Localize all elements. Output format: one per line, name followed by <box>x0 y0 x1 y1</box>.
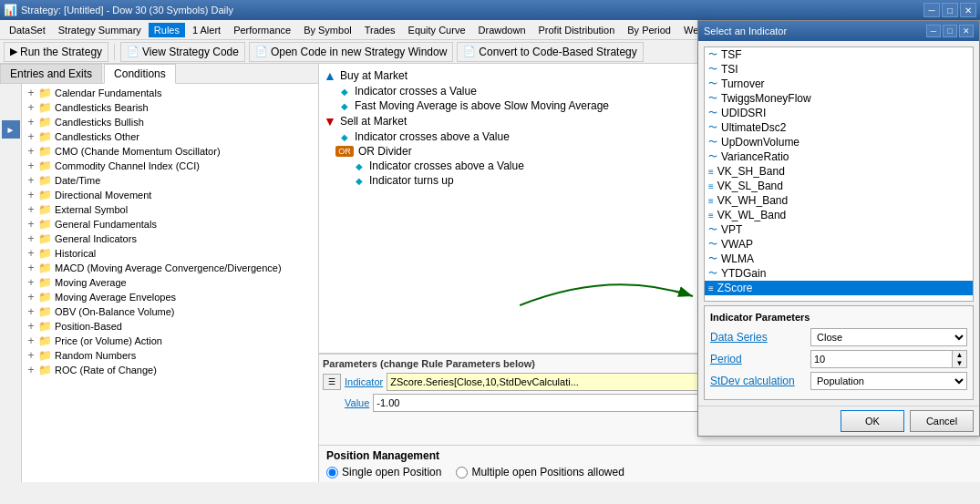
indicator-twiggsmoneyflow-label: TwiggsMoneyFlow <box>721 92 811 105</box>
list-item[interactable]: + 📁 Moving Average Envelopes <box>24 290 316 304</box>
expand-icon: + <box>26 349 36 362</box>
stdev-select[interactable]: Population Sample <box>810 372 967 390</box>
multiple-position-option[interactable]: Multiple open Positions allowed <box>456 466 624 478</box>
convert-button[interactable]: 📄 Convert to Code-Based Strategy <box>457 42 643 62</box>
expand-icon: + <box>26 116 36 129</box>
minimize-button[interactable]: ─ <box>923 3 940 17</box>
menu-dataset[interactable]: DataSet <box>4 23 51 37</box>
indicator-item-udidsri[interactable]: 〜 UDIDSRI <box>705 106 973 120</box>
list-item[interactable]: + 📁 MACD (Moving Average Convergence/Div… <box>24 261 316 275</box>
indicator-item-varianceratio[interactable]: 〜 VarianceRatio <box>705 149 973 164</box>
indicator-link[interactable]: Indicator <box>345 376 383 387</box>
period-input[interactable] <box>811 351 952 367</box>
list-item[interactable]: + 📁 General Fundamentals <box>24 217 316 231</box>
expand-icon: + <box>26 320 36 333</box>
indicator-item-vk-sl-band[interactable]: ≡ VK_SL_Band <box>705 179 973 193</box>
indicator-wave-icon: 〜 <box>708 121 717 134</box>
period-decrement-button[interactable]: ▼ <box>953 359 966 367</box>
indicator-item-wlma[interactable]: 〜 WLMA <box>705 252 973 266</box>
list-item[interactable]: + 📁 Date/Time <box>24 173 316 188</box>
add-arrow-button[interactable]: ► <box>2 120 20 139</box>
arrow-panel: ► <box>0 84 22 482</box>
indicator-band-icon: ≡ <box>708 196 714 206</box>
indicator-item-vk-wl-band[interactable]: ≡ VK_WL_Band <box>705 208 973 222</box>
tree-panel[interactable]: + 📁 Calendar Fundamentals + 📁 Candlestic… <box>22 84 318 482</box>
tab-entries-exits[interactable]: Entries and Exits <box>0 64 102 83</box>
menu-strategy-summary[interactable]: Strategy Summary <box>53 23 147 37</box>
list-item[interactable]: + 📁 Position-Based <box>24 319 316 334</box>
ok-button[interactable]: OK <box>841 410 904 432</box>
indicator-item-zscore[interactable]: ≡ ZScore <box>705 281 973 295</box>
indicator-item-ytdgain[interactable]: 〜 YTDGain <box>705 266 973 281</box>
list-item[interactable]: + 📁 OBV (On-Balance Volume) <box>24 304 316 319</box>
menu-rules[interactable]: Rules <box>149 23 185 37</box>
indicator-item-vk-sh-band[interactable]: ≡ VK_SH_Band <box>705 164 973 179</box>
data-series-select[interactable]: Close Open High Low Volume <box>810 328 967 346</box>
single-position-radio[interactable] <box>326 467 338 478</box>
menu-by-period[interactable]: By Period <box>622 23 676 37</box>
dialog-minimize-button[interactable]: ─ <box>926 25 941 37</box>
menu-profit-dist[interactable]: Profit Distribution <box>533 23 621 37</box>
expand-icon: + <box>26 189 36 201</box>
close-button[interactable]: ✕ <box>960 3 976 17</box>
period-row: Period ▲ ▼ <box>710 350 967 368</box>
or-divider-label: OR Divider <box>358 145 412 158</box>
menu-performance[interactable]: Performance <box>228 23 296 37</box>
view-code-button[interactable]: 📄 View Strategy Code <box>120 42 245 62</box>
folder-icon: 📁 <box>38 262 52 274</box>
tab-conditions[interactable]: Conditions <box>104 64 176 84</box>
list-item[interactable]: + 📁 General Indicators <box>24 231 316 246</box>
spacer <box>323 395 341 411</box>
expand-icon: + <box>26 203 36 216</box>
period-increment-button[interactable]: ▲ <box>953 351 966 359</box>
folder-icon: 📁 <box>38 276 52 289</box>
menu-drawdown[interactable]: Drawdown <box>473 23 531 37</box>
list-item[interactable]: + 📁 Candlesticks Bullish <box>24 115 316 129</box>
data-series-link[interactable]: Data Series <box>710 331 768 344</box>
list-item[interactable]: + 📁 ROC (Rate of Change) <box>24 363 316 377</box>
indicator-item-tsi[interactable]: 〜 TSI <box>705 62 973 77</box>
list-item[interactable]: + 📁 Candlesticks Bearish <box>24 100 316 115</box>
list-item[interactable]: + 📁 Commodity Channel Index (CCI) <box>24 159 316 173</box>
indicator-item-turnover[interactable]: 〜 Turnover <box>705 77 973 91</box>
list-item[interactable]: + 📁 Random Numbers <box>24 348 316 363</box>
indicator-type-icon: ☰ <box>323 374 341 390</box>
indicator-item-ultimatedsc2[interactable]: 〜 UltimateDsc2 <box>705 120 973 135</box>
indicator-item-twiggsmoneyflow[interactable]: 〜 TwiggsMoneyFlow <box>705 91 973 106</box>
indicator-item-tsf[interactable]: 〜 TSF <box>705 47 973 62</box>
list-item[interactable]: + 📁 Price (or Volume) Action <box>24 334 316 348</box>
indicator-list[interactable]: 〜 TSF 〜 TSI 〜 Turnover 〜 TwiggsMoneyFlow… <box>704 46 974 302</box>
dialog-title-bar: Select an Indicator ─ □ ✕ <box>698 21 979 41</box>
indicator-wave-icon: 〜 <box>708 63 717 76</box>
list-item[interactable]: + 📁 External Symbol <box>24 202 316 217</box>
dialog-maximize-button[interactable]: □ <box>943 25 957 37</box>
menu-by-symbol[interactable]: By Symbol <box>298 23 357 37</box>
single-position-option[interactable]: Single open Position <box>326 466 441 478</box>
list-item[interactable]: + 📁 CMO (Chande Momentum Oscillator) <box>24 144 316 159</box>
cancel-button[interactable]: Cancel <box>910 410 974 432</box>
multiple-position-radio[interactable] <box>456 467 468 478</box>
dialog-body: 〜 TSF 〜 TSI 〜 Turnover 〜 TwiggsMoneyFlow… <box>698 41 979 406</box>
list-item[interactable]: + 📁 Calendar Fundamentals <box>24 86 316 100</box>
indicator-item-updownvolume[interactable]: 〜 UpDownVolume <box>705 135 973 149</box>
menu-1alert[interactable]: 1 Alert <box>187 23 226 37</box>
menu-equity-curve[interactable]: Equity Curve <box>403 23 471 37</box>
indicator-item-vwap[interactable]: 〜 VWAP <box>705 237 973 252</box>
indicator-item-vpt[interactable]: 〜 VPT <box>705 222 973 237</box>
dialog-close-button[interactable]: ✕ <box>959 25 974 37</box>
list-item[interactable]: + 📁 Directional Movement <box>24 188 316 202</box>
open-code-button[interactable]: 📄 Open Code in new Strategy Window <box>249 42 453 62</box>
maximize-button[interactable]: □ <box>942 3 958 17</box>
expand-icon: + <box>26 291 36 303</box>
list-item[interactable]: + 📁 Candlesticks Other <box>24 129 316 144</box>
list-item[interactable]: + 📁 Moving Average <box>24 275 316 290</box>
indicator-item-vk-wh-band[interactable]: ≡ VK_WH_Band <box>705 193 973 208</box>
select-indicator-dialog[interactable]: Select an Indicator ─ □ ✕ 〜 TSF 〜 TSI 〜 <box>697 20 980 437</box>
period-link[interactable]: Period <box>710 353 742 365</box>
list-item[interactable]: + 📁 Historical <box>24 246 316 261</box>
value-link[interactable]: Value <box>345 397 369 408</box>
menu-trades[interactable]: Trades <box>359 23 401 37</box>
stdev-link[interactable]: StDev calculation <box>710 375 795 387</box>
expand-icon: + <box>26 159 36 172</box>
run-strategy-button[interactable]: ▶ Run the Strategy <box>4 42 108 62</box>
